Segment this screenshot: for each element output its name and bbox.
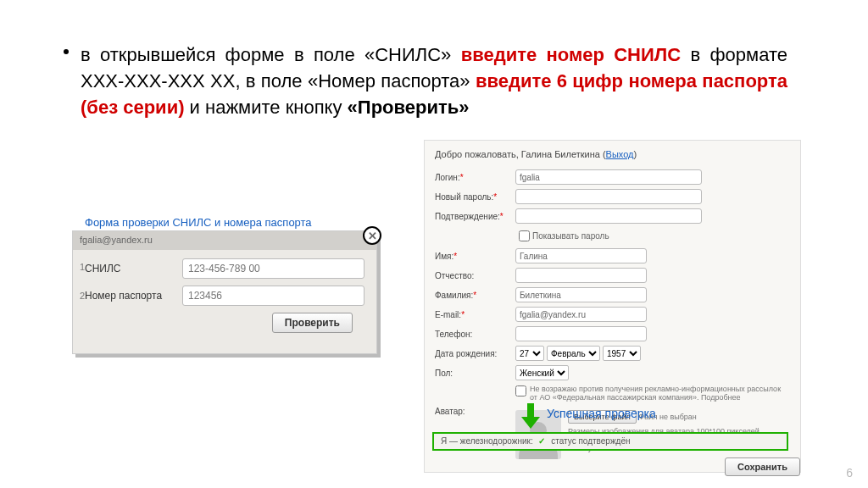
confirm-input[interactable] bbox=[515, 208, 702, 224]
row-login: Логин:* bbox=[435, 169, 790, 185]
avatar-label: Аватар: bbox=[435, 407, 515, 416]
row-email: E-mail:* bbox=[435, 307, 790, 322]
status-prefix: Я — железнодорожник: bbox=[441, 436, 533, 446]
instr-p1: в открывшейся форме в поле «СНИЛС» bbox=[81, 44, 461, 65]
snils-header: fgalia@yandex.ru ✕ bbox=[73, 231, 376, 250]
welcome: Добро пожаловать, Галина Билеткина (Выхо… bbox=[435, 149, 790, 159]
gender-select[interactable]: Женский bbox=[515, 365, 569, 380]
row-surname: Фамилия:* bbox=[435, 287, 790, 302]
newpass-label: Новый пароль:* bbox=[435, 192, 515, 202]
email-input[interactable] bbox=[515, 307, 647, 322]
gender-label: Пол: bbox=[435, 369, 515, 378]
status-bar: Я — железнодорожник: ✓ статус подтверждё… bbox=[432, 432, 788, 451]
confirm-label: Подтверждение:* bbox=[435, 212, 515, 221]
login-input[interactable] bbox=[515, 169, 702, 185]
passport-row: Номер паспорта bbox=[85, 286, 364, 306]
instr-p3: и нажмите кнопку bbox=[184, 97, 347, 118]
instr-bold: «Проверить» bbox=[348, 97, 470, 118]
dob-month[interactable]: Февраль bbox=[547, 346, 600, 361]
row-name: Имя:* bbox=[435, 248, 790, 263]
success-arrow-icon bbox=[521, 403, 540, 429]
passport-input[interactable] bbox=[182, 286, 364, 306]
dob-day[interactable]: 27 bbox=[515, 346, 544, 361]
snils-row: СНИЛС bbox=[85, 258, 364, 279]
snils-body: 1 2 СНИЛС Номер паспорта Проверить bbox=[73, 250, 376, 341]
consent-checkbox[interactable] bbox=[515, 385, 526, 396]
showpass-label: Показывать пароль bbox=[532, 231, 609, 241]
logout-link[interactable]: Выход bbox=[606, 149, 634, 159]
snils-input[interactable] bbox=[182, 258, 364, 279]
bullet bbox=[64, 49, 69, 54]
dob-label: Дата рождения: bbox=[435, 349, 515, 358]
dob-year[interactable]: 1957 bbox=[603, 346, 641, 361]
side-num-2: 2 bbox=[80, 291, 85, 301]
name-label: Имя:* bbox=[435, 252, 515, 261]
instr-red1: введите номер СНИЛС bbox=[461, 44, 681, 65]
close-icon[interactable]: ✕ bbox=[363, 226, 381, 245]
save-button[interactable]: Сохранить bbox=[725, 458, 800, 476]
success-label: Успешная проверка bbox=[547, 407, 656, 420]
status-text: статус подтверждён bbox=[551, 436, 630, 446]
newpass-input[interactable] bbox=[515, 189, 702, 204]
showpass-line: Показывать пароль bbox=[515, 228, 790, 244]
phone-label: Телефон: bbox=[435, 330, 515, 339]
check-icon: ✓ bbox=[538, 436, 545, 446]
row-phone: Телефон: bbox=[435, 326, 790, 341]
consent-text: Не возражаю против получения рекламно-ин… bbox=[530, 385, 790, 402]
surname-input[interactable] bbox=[515, 287, 647, 302]
snils-label: СНИЛС bbox=[85, 263, 182, 274]
verify-button[interactable]: Проверить bbox=[272, 313, 353, 333]
showpass-checkbox[interactable] bbox=[519, 230, 530, 241]
instruction-text: в открывшейся форме в поле «СНИЛС» введи… bbox=[81, 42, 787, 120]
patronymic-label: Отчество: bbox=[435, 271, 515, 280]
welcome-pre: Добро пожаловать, bbox=[435, 149, 521, 159]
page-number: 6 bbox=[846, 466, 853, 480]
name-input[interactable] bbox=[515, 248, 647, 263]
snils-header-email: fgalia@yandex.ru bbox=[80, 235, 153, 245]
form-caption: Форма проверки СНИЛС и номера паспорта bbox=[85, 216, 312, 229]
profile-panel: Добро пожаловать, Галина Билеткина (Выхо… bbox=[424, 140, 801, 473]
welcome-name: Галина Билеткина bbox=[521, 149, 600, 159]
row-patronymic: Отчество: bbox=[435, 268, 790, 283]
patronymic-input[interactable] bbox=[515, 268, 647, 283]
surname-label: Фамилия:* bbox=[435, 291, 515, 300]
row-dob: Дата рождения: 27 Февраль 1957 bbox=[435, 346, 790, 361]
snils-panel: fgalia@yandex.ru ✕ 1 2 СНИЛС Номер паспо… bbox=[72, 230, 377, 354]
email-label: E-mail:* bbox=[435, 310, 515, 319]
side-num-1: 1 bbox=[80, 262, 85, 272]
passport-label: Номер паспорта bbox=[85, 290, 182, 302]
login-label: Логин:* bbox=[435, 173, 515, 182]
consent-row: Не возражаю против получения рекламно-ин… bbox=[515, 385, 790, 402]
phone-input[interactable] bbox=[515, 326, 647, 341]
row-newpass: Новый пароль:* bbox=[435, 189, 790, 204]
row-confirm: Подтверждение:* bbox=[435, 208, 790, 224]
row-gender: Пол: Женский bbox=[435, 365, 790, 380]
